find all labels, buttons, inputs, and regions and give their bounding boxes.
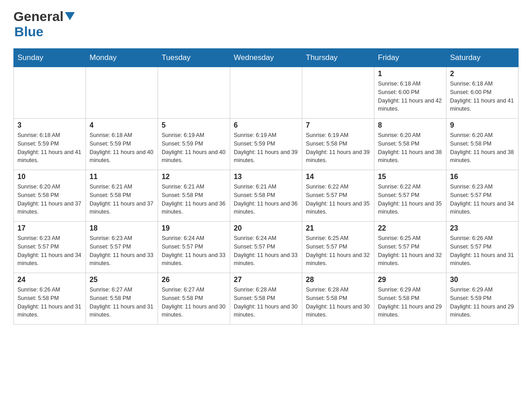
logo-general-text: General (13, 9, 64, 24)
day-info: Sunrise: 6:21 AM Sunset: 5:58 PM Dayligh… (90, 183, 154, 216)
day-cell: 1Sunrise: 6:18 AM Sunset: 6:00 PM Daylig… (374, 67, 446, 119)
day-info: Sunrise: 6:27 AM Sunset: 5:58 PM Dayligh… (162, 286, 226, 319)
day-info: Sunrise: 6:18 AM Sunset: 6:00 PM Dayligh… (378, 80, 442, 113)
day-info: Sunrise: 6:24 AM Sunset: 5:57 PM Dayligh… (162, 234, 226, 268)
day-cell: 30Sunrise: 6:29 AM Sunset: 5:59 PM Dayli… (446, 273, 519, 325)
week-row-3: 10Sunrise: 6:20 AM Sunset: 5:58 PM Dayli… (14, 170, 519, 222)
day-cell: 26Sunrise: 6:27 AM Sunset: 5:58 PM Dayli… (158, 273, 230, 325)
day-info: Sunrise: 6:21 AM Sunset: 5:58 PM Dayligh… (234, 183, 298, 216)
day-cell: 6Sunrise: 6:19 AM Sunset: 5:59 PM Daylig… (230, 119, 302, 170)
day-info: Sunrise: 6:19 AM Sunset: 5:58 PM Dayligh… (306, 131, 370, 165)
day-number: 22 (378, 224, 442, 232)
day-info: Sunrise: 6:27 AM Sunset: 5:58 PM Dayligh… (90, 286, 154, 319)
day-info: Sunrise: 6:23 AM Sunset: 5:57 PM Dayligh… (90, 234, 154, 268)
day-info: Sunrise: 6:20 AM Sunset: 5:58 PM Dayligh… (378, 131, 442, 165)
day-cell: 15Sunrise: 6:22 AM Sunset: 5:57 PM Dayli… (374, 170, 446, 222)
day-cell: 22Sunrise: 6:25 AM Sunset: 5:57 PM Dayli… (374, 222, 446, 273)
header-day-tuesday: Tuesday (158, 49, 230, 67)
day-cell: 27Sunrise: 6:28 AM Sunset: 5:58 PM Dayli… (230, 273, 302, 325)
day-cell: 7Sunrise: 6:19 AM Sunset: 5:58 PM Daylig… (302, 119, 374, 170)
day-number: 11 (90, 173, 154, 181)
day-cell: 8Sunrise: 6:20 AM Sunset: 5:58 PM Daylig… (374, 119, 446, 170)
week-row-4: 17Sunrise: 6:23 AM Sunset: 5:57 PM Dayli… (14, 222, 519, 273)
day-number: 6 (234, 121, 298, 129)
day-number: 24 (17, 276, 82, 284)
day-number: 30 (450, 276, 515, 284)
day-number: 7 (306, 121, 370, 129)
header-day-wednesday: Wednesday (230, 49, 302, 67)
day-info: Sunrise: 6:18 AM Sunset: 5:59 PM Dayligh… (90, 131, 154, 165)
day-number: 4 (90, 121, 154, 129)
day-number: 18 (90, 224, 154, 232)
day-info: Sunrise: 6:18 AM Sunset: 5:59 PM Dayligh… (17, 131, 82, 165)
day-info: Sunrise: 6:22 AM Sunset: 5:57 PM Dayligh… (378, 183, 442, 216)
day-number: 5 (162, 121, 226, 129)
day-info: Sunrise: 6:25 AM Sunset: 5:57 PM Dayligh… (306, 234, 370, 268)
week-row-1: 1Sunrise: 6:18 AM Sunset: 6:00 PM Daylig… (14, 67, 519, 119)
week-row-5: 24Sunrise: 6:26 AM Sunset: 5:58 PM Dayli… (14, 273, 519, 325)
day-number: 25 (90, 276, 154, 284)
day-info: Sunrise: 6:28 AM Sunset: 5:58 PM Dayligh… (234, 286, 298, 319)
day-number: 17 (17, 224, 82, 232)
day-cell (14, 67, 86, 119)
day-cell: 18Sunrise: 6:23 AM Sunset: 5:57 PM Dayli… (86, 222, 158, 273)
day-cell: 3Sunrise: 6:18 AM Sunset: 5:59 PM Daylig… (14, 119, 86, 170)
day-cell: 19Sunrise: 6:24 AM Sunset: 5:57 PM Dayli… (158, 222, 230, 273)
day-info: Sunrise: 6:20 AM Sunset: 5:58 PM Dayligh… (17, 183, 82, 216)
day-cell: 12Sunrise: 6:21 AM Sunset: 5:58 PM Dayli… (158, 170, 230, 222)
day-cell (302, 67, 374, 119)
day-info: Sunrise: 6:19 AM Sunset: 5:59 PM Dayligh… (234, 131, 298, 165)
day-number: 13 (234, 173, 298, 181)
day-info: Sunrise: 6:20 AM Sunset: 5:58 PM Dayligh… (450, 131, 515, 165)
day-cell: 20Sunrise: 6:24 AM Sunset: 5:57 PM Dayli… (230, 222, 302, 273)
day-cell: 14Sunrise: 6:22 AM Sunset: 5:57 PM Dayli… (302, 170, 374, 222)
day-info: Sunrise: 6:19 AM Sunset: 5:59 PM Dayligh… (162, 131, 226, 165)
header-day-friday: Friday (374, 49, 446, 67)
day-cell: 9Sunrise: 6:20 AM Sunset: 5:58 PM Daylig… (446, 119, 519, 170)
header-day-monday: Monday (86, 49, 158, 67)
logo-triangle-icon (65, 12, 75, 22)
day-cell: 17Sunrise: 6:23 AM Sunset: 5:57 PM Dayli… (14, 222, 86, 273)
day-cell: 29Sunrise: 6:29 AM Sunset: 5:58 PM Dayli… (374, 273, 446, 325)
day-number: 15 (378, 173, 442, 181)
day-info: Sunrise: 6:21 AM Sunset: 5:58 PM Dayligh… (162, 183, 226, 216)
day-number: 27 (234, 276, 298, 284)
day-info: Sunrise: 6:23 AM Sunset: 5:57 PM Dayligh… (450, 183, 515, 216)
day-cell: 11Sunrise: 6:21 AM Sunset: 5:58 PM Dayli… (86, 170, 158, 222)
day-number: 16 (450, 173, 515, 181)
day-cell (86, 67, 158, 119)
day-cell: 2Sunrise: 6:18 AM Sunset: 6:00 PM Daylig… (446, 67, 519, 119)
day-number: 1 (378, 70, 442, 78)
day-number: 10 (17, 173, 82, 181)
day-number: 29 (378, 276, 442, 284)
header-day-sunday: Sunday (14, 49, 86, 67)
day-cell: 4Sunrise: 6:18 AM Sunset: 5:59 PM Daylig… (86, 119, 158, 170)
day-number: 2 (450, 70, 515, 78)
day-number: 14 (306, 173, 370, 181)
logo-blue-text: Blue (14, 24, 43, 39)
day-cell: 23Sunrise: 6:26 AM Sunset: 5:57 PM Dayli… (446, 222, 519, 273)
day-number: 20 (234, 224, 298, 232)
day-info: Sunrise: 6:29 AM Sunset: 5:58 PM Dayligh… (378, 286, 442, 319)
logo-row2: Blue (14, 24, 43, 39)
header-day-thursday: Thursday (302, 49, 374, 67)
header-row: SundayMondayTuesdayWednesdayThursdayFrid… (14, 49, 519, 67)
day-cell: 13Sunrise: 6:21 AM Sunset: 5:58 PM Dayli… (230, 170, 302, 222)
day-info: Sunrise: 6:22 AM Sunset: 5:57 PM Dayligh… (306, 183, 370, 216)
day-info: Sunrise: 6:26 AM Sunset: 5:57 PM Dayligh… (450, 234, 515, 268)
day-cell: 24Sunrise: 6:26 AM Sunset: 5:58 PM Dayli… (14, 273, 86, 325)
day-info: Sunrise: 6:26 AM Sunset: 5:58 PM Dayligh… (17, 286, 82, 319)
day-info: Sunrise: 6:24 AM Sunset: 5:57 PM Dayligh… (234, 234, 298, 268)
day-number: 26 (162, 276, 226, 284)
day-cell: 28Sunrise: 6:28 AM Sunset: 5:58 PM Dayli… (302, 273, 374, 325)
page-header: General Blue (13, 9, 519, 39)
day-number: 21 (306, 224, 370, 232)
logo-row1: General (13, 9, 75, 24)
day-number: 3 (17, 121, 82, 129)
week-row-2: 3Sunrise: 6:18 AM Sunset: 5:59 PM Daylig… (14, 119, 519, 170)
day-cell: 10Sunrise: 6:20 AM Sunset: 5:58 PM Dayli… (14, 170, 86, 222)
day-number: 8 (378, 121, 442, 129)
day-cell: 16Sunrise: 6:23 AM Sunset: 5:57 PM Dayli… (446, 170, 519, 222)
day-cell: 5Sunrise: 6:19 AM Sunset: 5:59 PM Daylig… (158, 119, 230, 170)
day-number: 12 (162, 173, 226, 181)
